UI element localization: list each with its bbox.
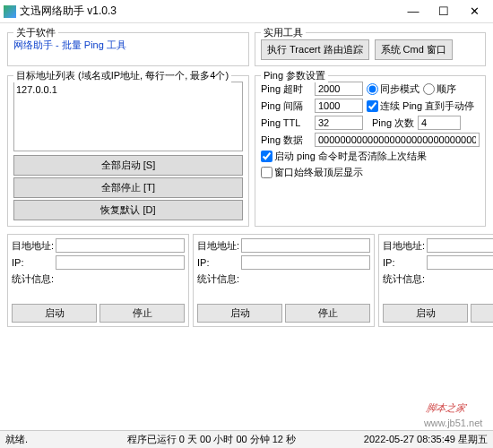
about-title: 关于软件 xyxy=(13,26,58,39)
panel-ip-input[interactable] xyxy=(427,255,493,270)
ping-panel-3: 目地地址:IP:统计信息:启动停止 xyxy=(378,234,493,327)
panel-stats-label: 统计信息: xyxy=(383,272,493,286)
status-right: 2022-05-27 08:35:49 星期五 xyxy=(364,433,488,446)
cmd-button[interactable]: 系统 Cmd 窗口 xyxy=(375,39,453,60)
count-input[interactable] xyxy=(418,116,461,130)
about-groupbox: 关于软件 网络助手 - 批量 Ping 工具 xyxy=(7,32,249,66)
timeout-input[interactable] xyxy=(315,82,363,96)
ttl-label: Ping TTL xyxy=(261,117,311,128)
interval-input[interactable] xyxy=(315,99,363,113)
panel-addr-label: 目地地址: xyxy=(383,239,424,253)
topmost-check[interactable]: 窗口始终最顶层显示 xyxy=(261,166,363,179)
reset-button[interactable]: 恢复默认 [D] xyxy=(13,200,243,220)
data-label: Ping 数据 xyxy=(261,134,311,147)
tracert-button[interactable]: 执行 Tracert 路由追踪 xyxy=(261,39,369,60)
clear-check[interactable]: 启动 ping 命令时是否清除上次结果 xyxy=(261,150,427,163)
seq-radio[interactable]: 顺序 xyxy=(423,82,456,96)
continuous-check[interactable]: 连续 Ping 直到手动停 xyxy=(367,99,474,113)
panel-stats-label: 统计信息: xyxy=(12,272,185,286)
ping-panel-2: 目地地址:IP:统计信息:启动停止 xyxy=(193,234,375,327)
targets-groupbox: 目标地址列表 (域名或IP地址, 每行一个, 最多4个) 127.0.0.1 全… xyxy=(7,75,249,227)
params-groupbox: Ping 参数设置 Ping 超时 同步模式 顺序 Ping 间隔 连续 Pin… xyxy=(255,75,486,227)
ttl-input[interactable] xyxy=(315,116,363,130)
watermark: 脚本之家 www.jb51.net xyxy=(423,391,487,428)
data-input[interactable] xyxy=(315,133,480,147)
panel-addr-input[interactable] xyxy=(56,238,185,253)
about-link[interactable]: 网络助手 - 批量 Ping 工具 xyxy=(13,39,126,50)
tools-title: 实用工具 xyxy=(261,26,306,39)
panel-ip-label: IP: xyxy=(383,257,424,268)
status-center: 程序已运行 0 天 00 小时 00 分钟 12 秒 xyxy=(59,433,364,446)
ping-panel-1: 目地地址:IP:统计信息:启动停止 xyxy=(7,234,189,327)
panel-stop-button[interactable]: 停止 xyxy=(99,304,185,323)
panel-ip-input[interactable] xyxy=(241,255,370,270)
panel-ip-input[interactable] xyxy=(56,255,185,270)
panel-addr-label: 目地地址: xyxy=(12,239,53,253)
status-left: 就绪. xyxy=(5,433,59,446)
panel-addr-input[interactable] xyxy=(241,238,370,253)
panel-stop-button[interactable]: 停止 xyxy=(471,304,493,323)
targets-textarea[interactable]: 127.0.0.1 xyxy=(13,82,243,151)
start-all-button[interactable]: 全部启动 [S] xyxy=(13,155,243,176)
count-label: Ping 次数 xyxy=(372,116,414,130)
panel-ip-label: IP: xyxy=(12,257,53,268)
interval-label: Ping 间隔 xyxy=(261,99,311,113)
stop-all-button[interactable]: 全部停止 [T] xyxy=(13,177,243,198)
timeout-label: Ping 超时 xyxy=(261,82,311,96)
panel-addr-input[interactable] xyxy=(427,238,493,253)
titlebar: 文迅网络助手 v1.0.3 — ☐ ✕ xyxy=(0,0,493,23)
statusbar: 就绪. 程序已运行 0 天 00 小时 00 分钟 12 秒 2022-05-2… xyxy=(0,430,493,448)
window-title: 文迅网络助手 v1.0.3 xyxy=(20,4,398,19)
sync-radio[interactable]: 同步模式 xyxy=(367,82,419,96)
params-title: Ping 参数设置 xyxy=(261,69,328,82)
panel-stats-label: 统计信息: xyxy=(197,272,370,286)
panel-addr-label: 目地地址: xyxy=(197,239,238,253)
panel-start-button[interactable]: 启动 xyxy=(197,304,282,323)
close-button[interactable]: ✕ xyxy=(459,2,489,22)
ping-panels: 目地地址:IP:统计信息:启动停止目地地址:IP:统计信息:启动停止目地地址:I… xyxy=(7,234,486,327)
maximize-button[interactable]: ☐ xyxy=(428,2,459,22)
minimize-button[interactable]: — xyxy=(398,2,428,22)
panel-start-button[interactable]: 启动 xyxy=(383,304,468,323)
app-icon xyxy=(4,5,16,18)
panel-start-button[interactable]: 启动 xyxy=(12,304,97,323)
content-area: 关于软件 网络助手 - 批量 Ping 工具 实用工具 执行 Tracert 路… xyxy=(0,23,493,332)
targets-title: 目标地址列表 (域名或IP地址, 每行一个, 最多4个) xyxy=(13,69,231,82)
panel-stop-button[interactable]: 停止 xyxy=(285,304,370,323)
tools-groupbox: 实用工具 执行 Tracert 路由追踪 系统 Cmd 窗口 xyxy=(255,32,486,66)
panel-ip-label: IP: xyxy=(197,257,238,268)
